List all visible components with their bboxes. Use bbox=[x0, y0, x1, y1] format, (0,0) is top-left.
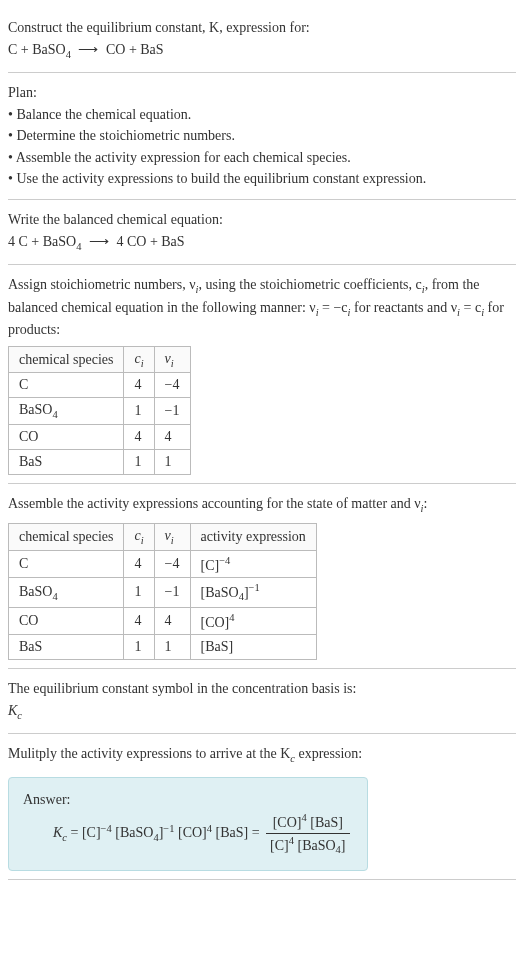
table-header: chemical species ci νi bbox=[9, 346, 191, 373]
activity-section: Assemble the activity expressions accoun… bbox=[8, 484, 516, 669]
balanced-equation: 4 C + BaSO4 ⟶ 4 CO + BaS bbox=[8, 232, 516, 254]
plan-item-2: • Determine the stoichiometric numbers. bbox=[8, 126, 516, 146]
multiply-line: Mulitply the activity expressions to arr… bbox=[8, 744, 516, 766]
table-row: BaSO4 1 −1 bbox=[9, 398, 191, 425]
stoich-intro: Assign stoichiometric numbers, νi, using… bbox=[8, 275, 516, 340]
question-line1: Construct the equilibrium constant, K, e… bbox=[8, 18, 516, 38]
balanced-section: Write the balanced chemical equation: 4 … bbox=[8, 200, 516, 265]
col-species: chemical species bbox=[9, 346, 124, 373]
table-row: CO 4 4 bbox=[9, 425, 191, 450]
plan-section: Plan: • Balance the chemical equation. •… bbox=[8, 73, 516, 200]
table-row: BaS 1 1 bbox=[9, 450, 191, 475]
table-row: BaSO4 1 −1 [BaSO4]−1 bbox=[9, 578, 317, 607]
question-section: Construct the equilibrium constant, K, e… bbox=[8, 8, 516, 73]
stoich-section: Assign stoichiometric numbers, νi, using… bbox=[8, 265, 516, 484]
plan-item-3: • Assemble the activity expression for e… bbox=[8, 148, 516, 168]
plan-title: Plan: bbox=[8, 83, 516, 103]
table-row: C 4 −4 bbox=[9, 373, 191, 398]
symbol-kc: Kc bbox=[8, 701, 516, 723]
question-equation: C + BaSO4 ⟶ CO + BaS bbox=[8, 40, 516, 62]
col-nui: νi bbox=[154, 523, 190, 550]
col-nui: νi bbox=[154, 346, 190, 373]
symbol-section: The equilibrium constant symbol in the c… bbox=[8, 669, 516, 734]
activity-intro: Assemble the activity expressions accoun… bbox=[8, 494, 516, 516]
table-row: BaS 1 1 [BaS] bbox=[9, 635, 317, 660]
answer-box: Answer: Kc = [C]−4 [BaSO4]−1 [CO]4 [BaS]… bbox=[8, 777, 368, 871]
multiply-section: Mulitply the activity expressions to arr… bbox=[8, 734, 516, 879]
stoich-table: chemical species ci νi C 4 −4 BaSO4 1 −1… bbox=[8, 346, 191, 476]
answer-expression: Kc = [C]−4 [BaSO4]−1 [CO]4 [BaS] = [CO]4… bbox=[23, 811, 353, 857]
plan-item-1: • Balance the chemical equation. bbox=[8, 105, 516, 125]
col-ci: ci bbox=[124, 523, 154, 550]
col-ci: ci bbox=[124, 346, 154, 373]
col-species: chemical species bbox=[9, 523, 124, 550]
balanced-title: Write the balanced chemical equation: bbox=[8, 210, 516, 230]
table-header: chemical species ci νi activity expressi… bbox=[9, 523, 317, 550]
col-activity: activity expression bbox=[190, 523, 316, 550]
symbol-line: The equilibrium constant symbol in the c… bbox=[8, 679, 516, 699]
table-row: C 4 −4 [C]−4 bbox=[9, 550, 317, 578]
plan-item-4: • Use the activity expressions to build … bbox=[8, 169, 516, 189]
table-row: CO 4 4 [CO]4 bbox=[9, 607, 317, 635]
activity-table: chemical species ci νi activity expressi… bbox=[8, 523, 317, 661]
answer-label: Answer: bbox=[23, 790, 353, 810]
